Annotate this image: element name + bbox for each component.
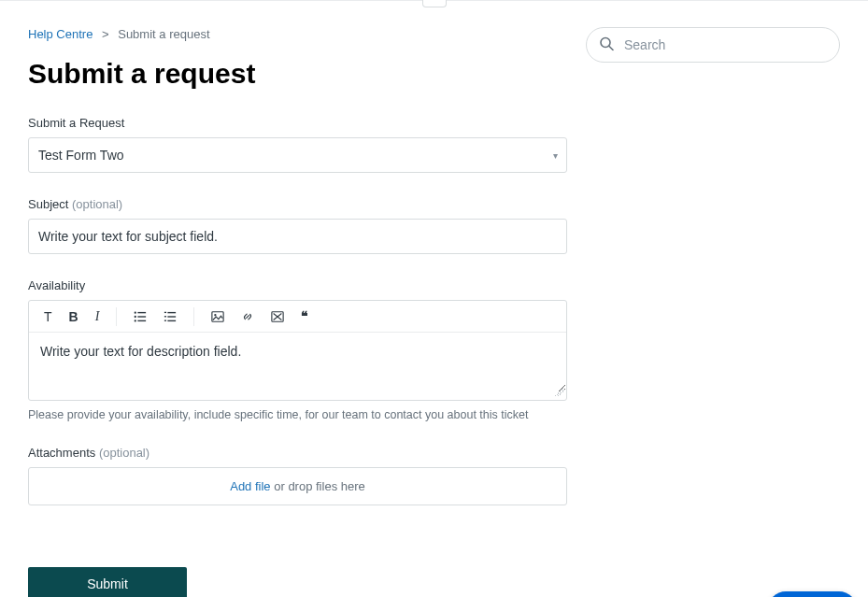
submit-button[interactable]: Submit [28, 567, 187, 597]
breadcrumb-home-link[interactable]: Help Centre [28, 27, 92, 41]
svg-point-2 [135, 315, 136, 317]
breadcrumb-separator: > [102, 27, 109, 41]
svg-rect-3 [138, 316, 147, 317]
svg-rect-7 [168, 311, 177, 312]
help-widget-button[interactable]: Help [768, 591, 857, 597]
attachments-dropzone[interactable]: Add file or drop files here [28, 467, 567, 505]
svg-rect-10 [164, 320, 166, 320]
field-subject: Subject (optional) [28, 197, 567, 254]
svg-point-13 [215, 314, 217, 316]
toolbar-bold-button[interactable]: B [67, 307, 80, 326]
subject-input[interactable] [28, 219, 567, 254]
svg-line-16 [609, 47, 613, 50]
availability-textarea[interactable]: Write your text for description field. [29, 333, 566, 392]
toolbar-separator [193, 307, 194, 326]
svg-rect-1 [138, 311, 147, 312]
toolbar-link-button[interactable] [239, 308, 256, 325]
svg-rect-5 [138, 320, 147, 320]
add-file-link[interactable]: Add file [230, 479, 270, 493]
toolbar-italic-button[interactable]: I [93, 307, 102, 326]
link-icon [241, 310, 254, 323]
toolbar-embed-button[interactable] [269, 308, 286, 325]
request-type-label: Submit a Request [28, 116, 567, 130]
subject-optional: (optional) [72, 197, 122, 211]
toolbar-numbered-list-button[interactable] [162, 308, 178, 325]
drop-files-text: or drop files here [271, 479, 365, 493]
request-type-select[interactable]: Test Form Two [28, 137, 567, 173]
toolbar-bulleted-list-button[interactable] [132, 308, 149, 325]
search-wrap [586, 27, 840, 63]
field-availability: Availability T B I [28, 278, 567, 421]
availability-label: Availability [28, 278, 567, 292]
editor-toolbar: T B I [29, 301, 566, 333]
toolbar-separator [116, 307, 117, 326]
toolbar-quote-button[interactable]: ❝ [299, 306, 310, 326]
breadcrumb: Help Centre > Submit a request [28, 27, 567, 41]
field-request-type: Submit a Request Test Form Two ▾ [28, 116, 567, 173]
attachments-label: Attachments (optional) [28, 446, 567, 460]
top-tab-handle [422, 0, 447, 7]
image-icon [211, 310, 224, 323]
bulleted-list-icon [134, 310, 147, 323]
page-title: Submit a request [28, 58, 567, 90]
toolbar-image-button[interactable] [209, 308, 226, 325]
svg-rect-8 [164, 316, 166, 317]
svg-rect-9 [168, 316, 177, 317]
field-attachments: Attachments (optional) Add file or drop … [28, 446, 567, 505]
svg-point-0 [135, 311, 136, 313]
search-input[interactable] [586, 27, 840, 63]
toolbar-text-button[interactable]: T [42, 307, 54, 326]
breadcrumb-current: Submit a request [118, 27, 209, 41]
numbered-list-icon [164, 310, 177, 323]
svg-rect-6 [164, 311, 166, 312]
attachments-optional: (optional) [99, 446, 149, 460]
embed-icon [271, 310, 284, 323]
subject-label: Subject (optional) [28, 197, 567, 211]
svg-point-4 [135, 320, 136, 321]
resize-handle[interactable] [29, 392, 566, 400]
rich-text-editor: T B I [28, 300, 567, 401]
search-icon [599, 36, 614, 54]
availability-help-text: Please provide your availability, includ… [28, 408, 567, 421]
svg-rect-11 [168, 320, 177, 320]
